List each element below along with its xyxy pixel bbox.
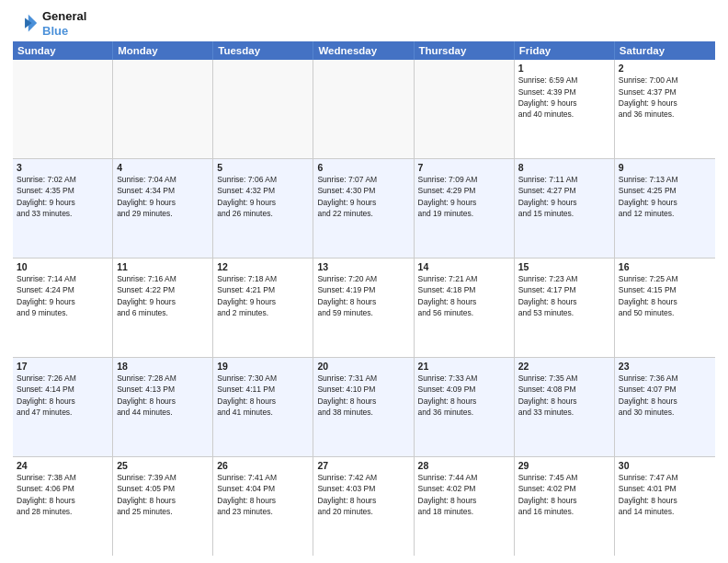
calendar-cell: 16Sunrise: 7:25 AMSunset: 4:15 PMDayligh… [615, 259, 715, 357]
header-cell-wednesday: Wednesday [313, 41, 414, 60]
calendar-cell: 13Sunrise: 7:20 AMSunset: 4:19 PMDayligh… [313, 259, 414, 357]
day-info: Sunrise: 7:16 AMSunset: 4:22 PMDaylight:… [117, 273, 209, 318]
day-number: 5 [217, 162, 309, 173]
calendar-cell: 12Sunrise: 7:18 AMSunset: 4:21 PMDayligh… [213, 259, 313, 357]
day-number: 3 [17, 162, 108, 173]
calendar-cell: 4Sunrise: 7:04 AMSunset: 4:34 PMDaylight… [113, 159, 213, 258]
calendar-cell: 30Sunrise: 7:47 AMSunset: 4:01 PMDayligh… [615, 457, 715, 556]
day-info: Sunrise: 7:35 AMSunset: 4:08 PMDaylight:… [518, 373, 610, 418]
day-info: Sunrise: 7:41 AMSunset: 4:04 PMDaylight:… [217, 472, 309, 517]
day-number: 4 [117, 162, 209, 173]
day-number: 22 [518, 361, 610, 372]
day-number: 8 [518, 162, 610, 173]
day-info: Sunrise: 7:31 AMSunset: 4:10 PMDaylight:… [317, 373, 409, 418]
calendar-cell: 18Sunrise: 7:28 AMSunset: 4:13 PMDayligh… [113, 358, 213, 456]
day-number: 6 [317, 162, 409, 173]
calendar-cell: 1Sunrise: 6:59 AMSunset: 4:39 PMDaylight… [515, 60, 615, 158]
day-number: 1 [518, 63, 610, 74]
calendar-cell: 14Sunrise: 7:21 AMSunset: 4:18 PMDayligh… [415, 259, 515, 357]
day-number: 2 [619, 63, 711, 74]
day-number: 14 [418, 261, 510, 272]
calendar-row: 17Sunrise: 7:26 AMSunset: 4:14 PMDayligh… [13, 358, 715, 457]
header-cell-monday: Monday [113, 41, 213, 60]
calendar-cell: 11Sunrise: 7:16 AMSunset: 4:22 PMDayligh… [113, 259, 213, 357]
day-number: 13 [317, 261, 409, 272]
day-number: 25 [117, 460, 209, 471]
day-number: 18 [117, 361, 209, 372]
day-number: 26 [217, 460, 309, 471]
calendar-cell: 27Sunrise: 7:42 AMSunset: 4:03 PMDayligh… [313, 457, 414, 556]
logo: General Blue [13, 9, 86, 38]
calendar-cell: 3Sunrise: 7:02 AMSunset: 4:35 PMDaylight… [13, 159, 113, 258]
header: General Blue [13, 9, 715, 38]
day-info: Sunrise: 6:59 AMSunset: 4:39 PMDaylight:… [518, 75, 610, 120]
day-info: Sunrise: 7:13 AMSunset: 4:25 PMDaylight:… [619, 174, 711, 219]
day-number: 28 [418, 460, 510, 471]
day-info: Sunrise: 7:45 AMSunset: 4:02 PMDaylight:… [518, 472, 610, 517]
day-info: Sunrise: 7:33 AMSunset: 4:09 PMDaylight:… [418, 373, 510, 418]
calendar-row: 10Sunrise: 7:14 AMSunset: 4:24 PMDayligh… [13, 259, 715, 358]
day-number: 30 [619, 460, 711, 471]
header-cell-sunday: Sunday [13, 41, 113, 60]
calendar-row: 3Sunrise: 7:02 AMSunset: 4:35 PMDaylight… [13, 159, 715, 259]
day-number: 15 [518, 261, 610, 272]
day-info: Sunrise: 7:09 AMSunset: 4:29 PMDaylight:… [418, 174, 510, 219]
day-number: 16 [619, 261, 711, 272]
calendar-header: SundayMondayTuesdayWednesdayThursdayFrid… [13, 41, 715, 60]
logo-icon [13, 11, 39, 37]
day-info: Sunrise: 7:36 AMSunset: 4:07 PMDaylight:… [619, 373, 711, 418]
day-info: Sunrise: 7:06 AMSunset: 4:32 PMDaylight:… [217, 174, 309, 219]
day-number: 21 [418, 361, 510, 372]
day-info: Sunrise: 7:14 AMSunset: 4:24 PMDaylight:… [17, 273, 108, 318]
day-info: Sunrise: 7:38 AMSunset: 4:06 PMDaylight:… [17, 472, 108, 517]
day-number: 9 [619, 162, 711, 173]
calendar-cell: 17Sunrise: 7:26 AMSunset: 4:14 PMDayligh… [13, 358, 113, 456]
calendar-cell: 21Sunrise: 7:33 AMSunset: 4:09 PMDayligh… [415, 358, 515, 456]
header-cell-thursday: Thursday [415, 41, 515, 60]
day-number: 19 [217, 361, 309, 372]
calendar-cell: 25Sunrise: 7:39 AMSunset: 4:05 PMDayligh… [113, 457, 213, 556]
day-number: 29 [518, 460, 610, 471]
day-number: 24 [17, 460, 108, 471]
day-number: 23 [619, 361, 711, 372]
day-info: Sunrise: 7:23 AMSunset: 4:17 PMDaylight:… [518, 273, 610, 318]
day-info: Sunrise: 7:04 AMSunset: 4:34 PMDaylight:… [117, 174, 209, 219]
calendar-row: 24Sunrise: 7:38 AMSunset: 4:06 PMDayligh… [13, 457, 715, 556]
calendar-cell: 22Sunrise: 7:35 AMSunset: 4:08 PMDayligh… [515, 358, 615, 456]
calendar-cell [415, 60, 515, 158]
calendar-cell: 7Sunrise: 7:09 AMSunset: 4:29 PMDaylight… [415, 159, 515, 258]
calendar-cell [313, 60, 414, 158]
day-info: Sunrise: 7:11 AMSunset: 4:27 PMDaylight:… [518, 174, 610, 219]
calendar-cell: 28Sunrise: 7:44 AMSunset: 4:02 PMDayligh… [415, 457, 515, 556]
calendar-cell [113, 60, 213, 158]
page: General Blue SundayMondayTuesdayWednesda… [0, 0, 728, 563]
calendar-cell: 19Sunrise: 7:30 AMSunset: 4:11 PMDayligh… [213, 358, 313, 456]
calendar-cell: 2Sunrise: 7:00 AMSunset: 4:37 PMDaylight… [615, 60, 715, 158]
day-number: 10 [17, 261, 108, 272]
day-info: Sunrise: 7:42 AMSunset: 4:03 PMDaylight:… [317, 472, 409, 517]
header-cell-tuesday: Tuesday [213, 41, 313, 60]
calendar-cell: 6Sunrise: 7:07 AMSunset: 4:30 PMDaylight… [313, 159, 414, 258]
calendar-row: 1Sunrise: 6:59 AMSunset: 4:39 PMDaylight… [13, 60, 715, 159]
day-number: 17 [17, 361, 108, 372]
calendar-cell [213, 60, 313, 158]
header-cell-friday: Friday [515, 41, 615, 60]
calendar-cell: 20Sunrise: 7:31 AMSunset: 4:10 PMDayligh… [313, 358, 414, 456]
day-info: Sunrise: 7:47 AMSunset: 4:01 PMDaylight:… [619, 472, 711, 517]
calendar-cell: 23Sunrise: 7:36 AMSunset: 4:07 PMDayligh… [615, 358, 715, 456]
calendar-body: 1Sunrise: 6:59 AMSunset: 4:39 PMDaylight… [13, 60, 715, 556]
day-info: Sunrise: 7:21 AMSunset: 4:18 PMDaylight:… [418, 273, 510, 318]
day-number: 27 [317, 460, 409, 471]
day-info: Sunrise: 7:02 AMSunset: 4:35 PMDaylight:… [17, 174, 108, 219]
calendar-cell [13, 60, 113, 158]
calendar-cell: 26Sunrise: 7:41 AMSunset: 4:04 PMDayligh… [213, 457, 313, 556]
calendar-cell: 9Sunrise: 7:13 AMSunset: 4:25 PMDaylight… [615, 159, 715, 258]
day-info: Sunrise: 7:25 AMSunset: 4:15 PMDaylight:… [619, 273, 711, 318]
day-info: Sunrise: 7:30 AMSunset: 4:11 PMDaylight:… [217, 373, 309, 418]
day-number: 11 [117, 261, 209, 272]
header-cell-saturday: Saturday [615, 41, 715, 60]
day-info: Sunrise: 7:28 AMSunset: 4:13 PMDaylight:… [117, 373, 209, 418]
day-number: 12 [217, 261, 309, 272]
day-info: Sunrise: 7:44 AMSunset: 4:02 PMDaylight:… [418, 472, 510, 517]
day-number: 20 [317, 361, 409, 372]
